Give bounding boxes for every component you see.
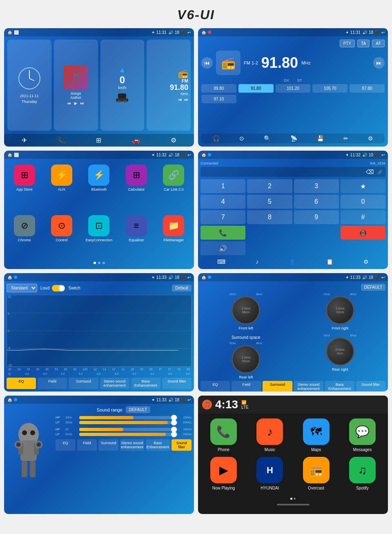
fm-preset-0[interactable]: 89.80 <box>201 84 236 93</box>
app-calculator[interactable]: ⊞ Calculator <box>119 162 153 209</box>
end-call-btn[interactable]: 📵 <box>341 226 385 240</box>
car-bottom-icon[interactable]: 🚗 <box>132 136 140 144</box>
surround-default-btn[interactable]: DEFAULT <box>361 284 385 291</box>
carplay-messages[interactable]: 💬 Messages <box>342 418 383 452</box>
app-aux[interactable]: ⚡ AUX <box>45 162 78 209</box>
eq-tab-stereo[interactable]: Stereo sound enhancement <box>100 378 129 389</box>
sr-tab-surround[interactable]: Surround <box>98 439 118 451</box>
key-8[interactable]: 8 <box>247 210 292 224</box>
app-appstore[interactable]: ⊞ App Store <box>7 162 41 209</box>
keypad-icon[interactable]: ⌨ <box>217 258 225 265</box>
phone-bottom-icon[interactable]: 📞 <box>58 136 66 144</box>
eq-tab-surround[interactable]: Surround <box>69 378 98 389</box>
nav-bottom-icon[interactable]: ✈ <box>22 136 27 144</box>
app-easyconnection[interactable]: ⊡ EasyConnection <box>82 213 116 260</box>
surr-tab-field[interactable]: Field <box>232 381 261 392</box>
apps-bottom-icon[interactable]: ⊞ <box>96 136 101 144</box>
key-1[interactable]: 1 <box>200 179 245 193</box>
carplay-nowplaying[interactable]: ▶ Now Playing <box>203 457 244 490</box>
headphone-icon[interactable]: 🎧 <box>213 135 220 142</box>
play-btn[interactable]: ▶ <box>74 101 77 105</box>
key-7[interactable]: 7 <box>200 210 245 224</box>
sr-lp-track-2[interactable] <box>79 433 178 436</box>
app-bluetooth[interactable]: ⚡ Bluetooth <box>82 162 116 209</box>
carplay-spotify[interactable]: ♫ Spotify <box>342 457 383 490</box>
pty-btn[interactable]: PTY <box>340 40 355 47</box>
switch-btn[interactable]: Switch <box>68 286 80 290</box>
surr-tab-surround[interactable]: Surround <box>263 381 292 392</box>
eq-tab-bass[interactable]: Bass Enhancement <box>131 378 160 389</box>
contacts-icon[interactable]: 👤 <box>289 258 296 265</box>
phone-link-icon[interactable]: 🔗 <box>377 170 382 174</box>
wifi-icon[interactable]: 📡 <box>290 135 297 142</box>
settings-bottom-icon[interactable]: ⚙ <box>171 136 176 144</box>
settings-phone-icon[interactable]: ⚙ <box>363 258 369 265</box>
eq-default-btn[interactable]: Default <box>172 285 192 291</box>
toggle-icon[interactable]: ⊙ <box>239 135 244 142</box>
knob-fl[interactable]: 1.0ms68cm <box>232 296 260 325</box>
radio-prev[interactable]: ⏮ <box>178 98 182 102</box>
carplay-hyundai[interactable]: H HYUNDAI <box>249 457 290 490</box>
eq-tab-filter[interactable]: Sound filter <box>162 378 192 389</box>
af-btn[interactable]: AF <box>372 40 385 47</box>
sr-tab-bass[interactable]: Bass Enhancement <box>146 439 170 451</box>
recents-icon[interactable]: 📋 <box>326 258 333 265</box>
settings-icon[interactable]: ⚙ <box>368 135 373 142</box>
save-icon[interactable]: 💾 <box>317 135 324 142</box>
carplay-maps[interactable]: 🗺 Maps <box>296 418 337 452</box>
sr-tab-stereo[interactable]: Stereo sound enhancement <box>120 439 144 451</box>
app-equalizer[interactable]: ≡ Equalizer <box>119 213 153 260</box>
delete-btn[interactable]: ⌫ <box>366 169 374 175</box>
carplay-music[interactable]: ♪ Music <box>249 418 290 452</box>
app-carlink[interactable]: 🔗 Car Link 2.0 <box>157 162 191 209</box>
sr-lp-track-1[interactable] <box>79 421 178 424</box>
fm-preset-4[interactable]: 87.80 <box>350 84 385 93</box>
app-control[interactable]: ⊙ Control <box>45 213 78 260</box>
surr-tab-filter[interactable]: Sound filter <box>356 381 385 392</box>
sr-tab-eq[interactable]: EQ <box>56 439 76 451</box>
next-btn[interactable]: ⏭ <box>80 101 84 105</box>
volume-key[interactable]: 🔊 <box>200 241 245 255</box>
key-9[interactable]: 9 <box>294 210 339 224</box>
sr-tab-field[interactable]: Field <box>77 439 97 451</box>
eq-tab-eq[interactable]: EQ <box>7 378 36 389</box>
key-3[interactable]: 3 <box>294 179 339 193</box>
key-0[interactable]: 0 <box>341 195 385 209</box>
sr-hp-track-2[interactable] <box>79 428 178 431</box>
fm-preset-3[interactable]: 105.70 <box>312 84 347 93</box>
knob-rl[interactable]: 1.0ms32cm <box>232 345 260 374</box>
surr-tab-bass[interactable]: Bass Enhancement <box>325 381 354 392</box>
key-hash[interactable]: # <box>341 210 385 224</box>
sr-tab-filter[interactable]: Sound filter <box>172 439 192 451</box>
app-chrome[interactable]: ⊘ Chrome <box>7 213 41 260</box>
fm-preset-2[interactable]: 101.20 <box>276 84 311 93</box>
loud-toggle[interactable] <box>52 285 65 291</box>
sr-default-btn[interactable]: DEFAULT <box>126 406 150 413</box>
knob-rr[interactable]: 0.0ms0cm <box>326 337 354 366</box>
key-4[interactable]: 4 <box>200 195 245 209</box>
key-2[interactable]: 2 <box>247 179 292 193</box>
knob-fr[interactable]: 1.0ms32cm <box>326 296 354 325</box>
carplay-overcast[interactable]: 📻 Overcast <box>296 457 337 490</box>
call-btn[interactable]: 📞 <box>200 226 245 240</box>
prev-btn[interactable]: ⏮ <box>67 101 71 105</box>
app-filemanager[interactable]: 📁 FileManager <box>157 213 191 260</box>
key-star[interactable]: ★ <box>341 179 385 193</box>
key-6[interactable]: 6 <box>294 195 339 209</box>
carplay-phone[interactable]: 📞 Phone <box>203 418 244 452</box>
key-5[interactable]: 5 <box>247 195 292 209</box>
music-phone-icon[interactable]: ♪ <box>256 258 258 265</box>
radio-next[interactable]: ⏭ <box>185 98 188 102</box>
search-icon[interactable]: 🔍 <box>264 135 271 142</box>
eq-preset-select[interactable]: Standard <box>7 284 37 292</box>
edit-icon[interactable]: ✏ <box>343 135 348 142</box>
surr-tab-eq[interactable]: EQ <box>200 381 230 392</box>
fm-preset-1[interactable]: 91.80 <box>238 84 274 93</box>
fm-preset-5[interactable]: 97.10 <box>201 95 236 103</box>
sr-hp-track-1[interactable] <box>79 416 178 419</box>
ta-btn[interactable]: TA <box>357 40 370 47</box>
eq-tab-field[interactable]: Field <box>38 378 67 389</box>
fm-next-btn[interactable]: ⏭ <box>373 57 385 69</box>
surr-tab-stereo[interactable]: Stereo sound enhancement <box>294 381 323 392</box>
fm-prev-btn[interactable]: ⏮ <box>201 57 213 69</box>
